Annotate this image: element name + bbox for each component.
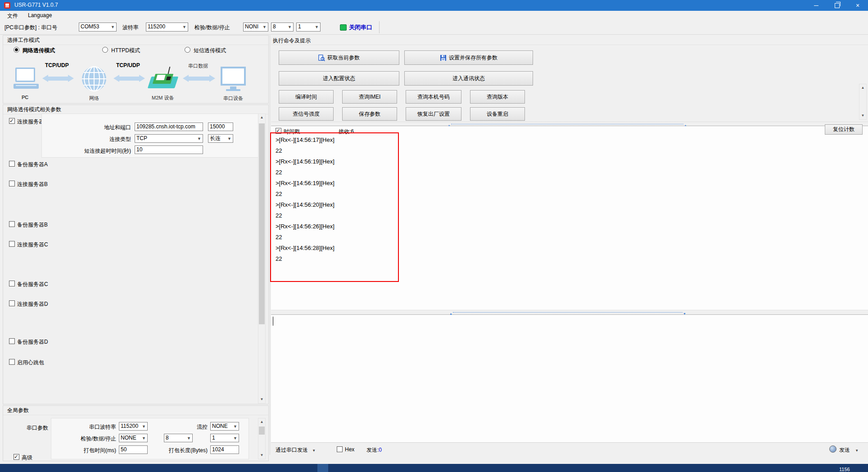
server-b-checkbox[interactable] [9,181,15,186]
send-globe-icon [829,445,836,453]
conn-type-label: 连接类型 [72,136,131,143]
radio-httpd-mode[interactable] [102,47,108,53]
log-line: >[Rx<-][14:56:28][Hex] [276,245,335,251]
set-save-params-button[interactable]: 设置并保存所有参数 [404,50,533,65]
chevron-down-icon: ▼ [227,135,231,143]
node-label-serial-device: 串口设备 [223,95,243,102]
global-params-scrollbar[interactable]: ▲ ▼ [258,418,266,459]
sent-count-label: 发送:0 [366,446,382,454]
parity-select[interactable]: NONI▼ [243,23,268,32]
taskbar-active-app[interactable] [317,464,328,472]
short-timeout-input[interactable]: 10 [135,145,203,154]
server-d-checkbox[interactable] [9,300,15,306]
menu-item-language[interactable]: Language [28,12,52,18]
baud-select[interactable]: 115200▼ [146,23,188,32]
backup-server-c-checkbox[interactable] [9,281,15,286]
log-send-splitter[interactable]: ▲ ▼ [271,310,868,315]
close-port-button[interactable]: 关闭串口 [349,23,372,32]
scroll-up-icon[interactable]: ▲ [258,418,265,426]
arrow-pc-network-icon [42,75,74,82]
hex-checkbox[interactable] [337,446,343,452]
log-line: 22 [276,234,282,241]
node-label-network: 网络 [89,95,99,102]
scroll-up-icon[interactable]: ▲ [859,84,866,91]
device-restart-button[interactable]: 设备重启 [470,107,525,121]
query-imei-button[interactable]: 查询IMEI [342,90,397,104]
splitter-handle[interactable]: ▲ ▲ [451,124,683,124]
send-via-serial-dropdown[interactable]: 通过串口发送 ▼ [276,446,316,454]
log-line: 22 [276,255,282,262]
splitter-handle[interactable]: ▲ ▼ [453,312,683,313]
backup-server-b-label: 备份服务器B [17,221,48,229]
query-local-number-button[interactable]: 查询本机号码 [406,90,461,104]
log-line: >[Rx<-][14:56:17][Hex] [276,136,335,143]
close-button[interactable]: × [847,0,868,11]
compile-time-button[interactable]: 编译时间 [279,90,334,104]
scrollbar-thumb[interactable] [259,427,265,435]
query-signal-button[interactable]: 查信号强度 [279,107,334,121]
radio-net-transparent-label: 网络透传模式 [23,47,55,54]
reset-count-button[interactable]: 复位计数 [825,124,863,135]
radio-sms-mode[interactable] [185,47,190,53]
query-version-button[interactable]: 查询版本 [470,90,525,104]
factory-reset-button[interactable]: 恢复出厂设置 [406,107,461,121]
scroll-down-icon[interactable]: ▼ [258,396,265,403]
scroll-down-icon[interactable]: ▼ [859,112,866,119]
minimize-button[interactable] [806,0,827,11]
radio-net-transparent-mode[interactable] [14,47,19,53]
addr-port-label: 地址和端口 [72,124,131,132]
scroll-up-icon[interactable]: ▲ [258,114,265,121]
save-params-button[interactable]: 保存参数 [342,107,397,121]
net-params-scrollbar[interactable]: ▲ ▼ [258,113,266,404]
taskbar: 1156 [0,464,868,472]
link-label-serialdata: 串口数据 [188,63,208,69]
send-button[interactable]: 发送 ▼ [839,446,859,454]
chevron-down-icon: ▼ [262,23,267,32]
pack-time-input[interactable]: 50 [119,445,148,454]
gp-parity-select[interactable]: NONE▼ [119,434,148,442]
advanced-checkbox[interactable] [14,454,19,460]
enter-comm-state-button[interactable]: 进入通讯状态 [404,71,533,86]
databits-select[interactable]: 8▼ [271,23,294,32]
pack-len-label: 打包长度(Bytes) [160,447,208,454]
chevron-down-icon: ▼ [142,422,146,431]
server-a-checkbox[interactable] [9,118,15,124]
stopbits-select[interactable]: 1▼ [296,23,321,32]
log-line: 22 [276,191,282,197]
server-a-port-input[interactable]: 15000 [208,123,233,131]
gp-flow-select[interactable]: NONE▼ [210,422,239,431]
send-input-area[interactable] [271,315,868,442]
backup-server-b-checkbox[interactable] [9,221,15,227]
server-a-address-input[interactable]: 109285.cnsh.iot-tcp.com [135,123,203,131]
net-params-group-title: 网络透传模式相关参数 [3,105,268,114]
conn-keep-select[interactable]: 长连▼ [208,134,233,143]
work-mode-group-title: 选择工作模式 [3,36,268,45]
pack-len-input[interactable]: 1024 [210,445,239,454]
title-bar: USR-G771 V1.0.7 × [0,0,868,11]
gp-stopbits-select[interactable]: 1▼ [210,434,239,442]
backup-server-a-checkbox[interactable] [9,161,15,167]
backup-server-d-checkbox[interactable] [9,338,15,344]
log-line: 22 [276,169,282,176]
restore-icon [835,3,840,8]
gp-baud-label: 串口波特率 [71,423,116,431]
heartbeat-label: 启用心跳包 [17,359,44,367]
radio-sms-label: 短信透传模式 [194,47,226,54]
enter-config-state-button[interactable]: 进入配置状态 [279,71,399,86]
commands-scrollbar[interactable]: ▲ ▼ [859,84,867,120]
scrollbar-thumb[interactable] [259,123,265,324]
gp-databits-select[interactable]: 8▼ [164,434,193,442]
menu-item-file[interactable]: 文件 [7,12,18,20]
scroll-down-icon[interactable]: ▼ [258,452,265,459]
com-port-select[interactable]: COM53▼ [79,23,117,32]
server-c-checkbox[interactable] [9,241,15,247]
network-globe-icon [81,66,107,92]
heartbeat-checkbox[interactable] [9,359,15,365]
gp-baud-select[interactable]: 115200▼ [119,422,148,431]
conn-type-select[interactable]: TCP▼ [135,134,203,143]
get-params-button[interactable]: 获取当前参数 [279,50,399,65]
gp-parity-label: 检验/数据/停止 [71,435,116,443]
restore-button[interactable] [827,0,847,11]
commands-log-splitter[interactable]: ▲ ▲ [271,122,868,126]
short-timeout-label: 短连接超时时间(秒) [54,147,131,155]
